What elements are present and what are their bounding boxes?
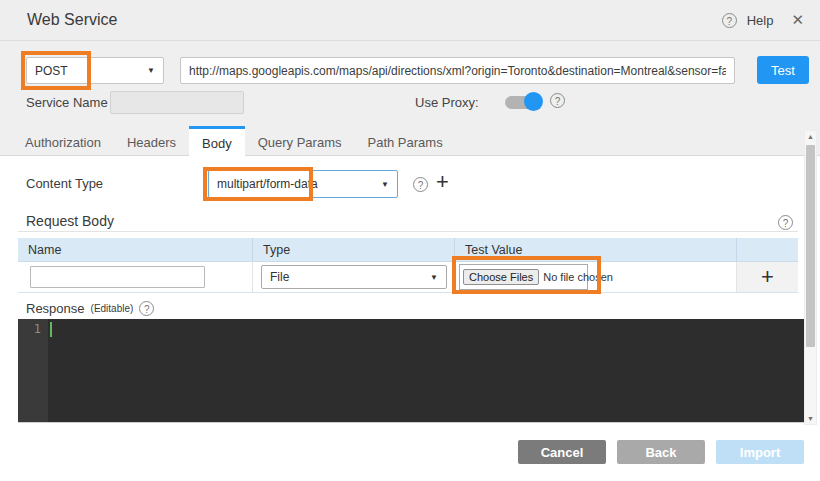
- help-link[interactable]: Help: [747, 13, 774, 28]
- response-editor[interactable]: 1: [18, 319, 805, 423]
- response-label: Response: [26, 301, 85, 316]
- cell-type: File ▼: [253, 262, 455, 292]
- import-button[interactable]: Import: [716, 440, 804, 464]
- request-body-table-header: Name Type Test Value: [18, 238, 798, 262]
- dialog-header: [0, 0, 820, 41]
- column-header-actions: [737, 238, 798, 261]
- help-icon[interactable]: ?: [722, 13, 737, 28]
- column-header-name: Name: [18, 238, 253, 261]
- http-method-select[interactable]: POST ▼: [26, 57, 164, 84]
- tab-headers[interactable]: Headers: [114, 126, 189, 155]
- vertical-scrollbar[interactable]: ▲ ▼: [804, 130, 817, 425]
- url-input[interactable]: [180, 57, 735, 84]
- cell-actions: +: [737, 262, 798, 292]
- chevron-down-icon: ▼: [430, 273, 438, 282]
- divider: [18, 231, 798, 232]
- editor-gutter: 1: [18, 319, 48, 422]
- cancel-button[interactable]: Cancel: [518, 440, 606, 464]
- param-type-select[interactable]: File ▼: [261, 265, 447, 289]
- tab-bar: Authorization Headers Body Query Params …: [0, 126, 820, 156]
- cell-name: [18, 262, 253, 292]
- editor-line-number: 1: [34, 322, 41, 336]
- column-header-test-value: Test Value: [455, 238, 737, 261]
- add-row-icon[interactable]: +: [761, 267, 774, 287]
- param-type-value: File: [270, 270, 289, 284]
- back-button[interactable]: Back: [617, 440, 705, 464]
- editor-code-area[interactable]: [48, 319, 805, 422]
- tab-authorization[interactable]: Authorization: [12, 126, 114, 155]
- service-name-input: [110, 91, 244, 114]
- response-editable-label: (Editable): [91, 303, 134, 314]
- add-content-type-icon[interactable]: +: [436, 172, 449, 192]
- http-method-value: POST: [35, 64, 68, 78]
- tab-path-params[interactable]: Path Params: [354, 126, 455, 155]
- service-name-label: Service Name: [26, 95, 108, 110]
- scroll-down-icon[interactable]: ▼: [805, 415, 816, 422]
- editor-caret: [50, 322, 52, 337]
- response-header: Response (Editable) ?: [26, 301, 154, 316]
- use-proxy-label: Use Proxy:: [415, 95, 479, 110]
- response-help-icon[interactable]: ?: [139, 301, 154, 316]
- tab-query-params[interactable]: Query Params: [245, 126, 355, 155]
- content-type-help-icon[interactable]: ?: [413, 177, 428, 192]
- footer-actions: Cancel Back Import: [0, 440, 804, 464]
- content-type-label: Content Type: [26, 176, 103, 191]
- request-body-title: Request Body: [26, 213, 114, 229]
- cell-test-value: Choose Files No file chosen: [455, 262, 737, 292]
- tab-body[interactable]: Body: [189, 126, 245, 157]
- scroll-up-icon[interactable]: ▲: [805, 133, 816, 140]
- choose-files-button[interactable]: Choose Files: [463, 269, 539, 285]
- chevron-down-icon: ▼: [381, 180, 389, 189]
- close-icon[interactable]: ✕: [791, 11, 804, 29]
- page-title: Web Service: [27, 0, 117, 40]
- content-type-select[interactable]: multipart/form-data ▼: [208, 170, 398, 198]
- param-name-input[interactable]: [30, 266, 205, 288]
- file-input[interactable]: Choose Files No file chosen: [459, 264, 588, 290]
- table-row: File ▼ Choose Files No file chosen +: [18, 262, 798, 293]
- header-actions: ? Help ✕: [722, 0, 804, 40]
- column-header-type: Type: [253, 238, 455, 261]
- proxy-help-icon[interactable]: ?: [550, 93, 565, 108]
- scrollbar-thumb[interactable]: [806, 145, 815, 347]
- content-type-value: multipart/form-data: [217, 177, 318, 191]
- request-body-help-icon[interactable]: ?: [778, 215, 793, 230]
- toggle-knob: [524, 92, 543, 111]
- chevron-down-icon: ▼: [147, 66, 155, 75]
- use-proxy-toggle[interactable]: [505, 92, 543, 112]
- file-status-text: No file chosen: [543, 271, 613, 283]
- test-button[interactable]: Test: [757, 56, 809, 84]
